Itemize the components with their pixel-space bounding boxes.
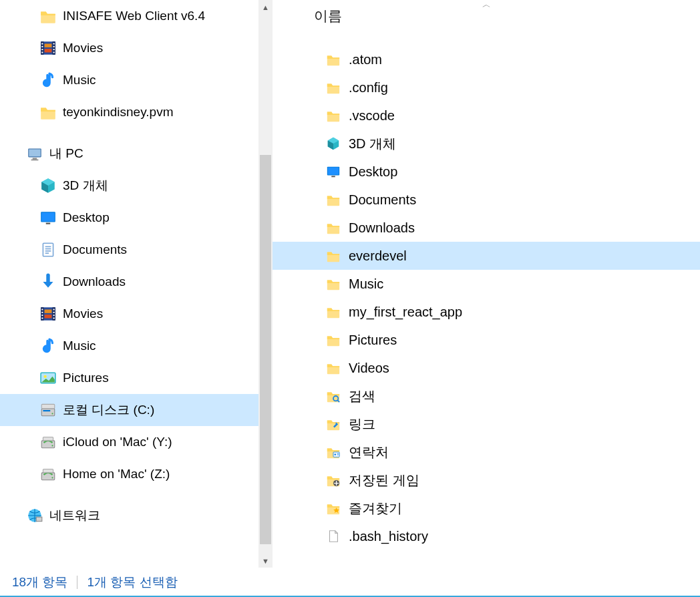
music-icon <box>39 71 57 89</box>
file-item-label: .bash_history <box>349 529 428 544</box>
folder-icon <box>325 79 342 96</box>
tree-item-label: INISAFE Web Client v6.4 <box>63 9 205 23</box>
tree-item[interactable]: 3D 개체 <box>0 170 273 202</box>
file-item[interactable]: Videos <box>273 354 700 382</box>
status-selection-count: 1개 항목 선택함 <box>87 574 177 591</box>
tree-scrollbar[interactable]: ▲ ▼ <box>258 0 273 568</box>
file-item[interactable]: my_first_react_app <box>273 298 700 326</box>
sort-indicator-icon: ︿ <box>482 0 491 11</box>
tree-item-label: Desktop <box>63 210 110 225</box>
tree-item[interactable]: Downloads <box>0 266 273 298</box>
tree-item-label: Pictures <box>63 371 109 385</box>
file-item[interactable]: .bash_history <box>273 522 700 550</box>
folder-icon <box>325 51 342 68</box>
file-item[interactable]: Documents <box>273 186 700 214</box>
games-icon <box>325 471 342 489</box>
netdisk-icon <box>39 465 57 483</box>
tree-item-label: Home on 'Mac' (Z:) <box>63 467 170 481</box>
folder-icon <box>325 107 342 124</box>
file-item-label: .config <box>349 80 388 95</box>
file-icon <box>325 528 342 545</box>
file-item-label: Music <box>349 276 383 292</box>
tree-item[interactable]: Music <box>0 330 273 362</box>
file-item-label: .vscode <box>349 108 395 124</box>
folder-icon <box>325 359 342 377</box>
desktop-icon <box>325 163 342 180</box>
desktop-icon <box>39 208 57 227</box>
pc-icon <box>25 144 44 163</box>
file-item[interactable]: 3D 개체 <box>273 130 700 158</box>
file-item-label: everdevel <box>349 248 407 264</box>
tree-item[interactable]: INISAFE Web Client v6.4 <box>0 0 273 32</box>
file-list-pane: ︿ 이름 .atom.config.vscode3D 개체DesktopDocu… <box>273 0 700 568</box>
status-item-count: 18개 항목 <box>12 574 67 591</box>
file-item-label: my_first_react_app <box>349 305 462 320</box>
tree-item-label: Movies <box>63 307 103 321</box>
netdisk-icon <box>39 433 57 451</box>
file-item[interactable]: 링크 <box>273 410 700 438</box>
file-item[interactable]: .vscode <box>273 102 700 130</box>
file-item-label: Desktop <box>349 164 397 180</box>
tree-item[interactable]: 네트워크 <box>0 500 273 532</box>
movies-icon <box>39 305 57 323</box>
tree-item[interactable]: 내 PC <box>0 138 273 170</box>
file-item-label: 검색 <box>349 387 375 405</box>
tree-item[interactable]: 로컬 디스크 (C:) <box>0 394 273 426</box>
folder-icon <box>325 331 342 349</box>
tree-item[interactable]: teyonkindisney.pvm <box>0 96 273 128</box>
file-item[interactable]: 저장된 게임 <box>273 466 700 494</box>
tree-item[interactable]: Movies <box>0 32 273 64</box>
file-item[interactable]: Downloads <box>273 214 700 242</box>
search-icon <box>325 387 342 405</box>
movies-icon <box>39 39 57 57</box>
tree-item[interactable]: Movies <box>0 298 273 330</box>
file-item-label: 연락처 <box>349 443 389 461</box>
folder-icon <box>325 275 342 292</box>
tree-item[interactable]: iCloud on 'Mac' (Y:) <box>0 426 273 458</box>
tree-item-label: Documents <box>63 242 127 257</box>
file-item[interactable]: 연락처 <box>273 438 700 466</box>
file-item[interactable]: Pictures <box>273 326 700 354</box>
scroll-thumb[interactable] <box>260 155 271 544</box>
favorites-icon <box>325 500 342 517</box>
folder-icon <box>325 303 342 321</box>
music-icon <box>39 337 57 355</box>
cube-icon <box>325 135 342 152</box>
file-item-label: Videos <box>349 361 389 376</box>
file-item[interactable]: .atom <box>273 45 700 73</box>
tree-item[interactable]: Music <box>0 64 273 96</box>
tree-item-label: Downloads <box>63 274 126 289</box>
file-item-label: Downloads <box>349 220 415 236</box>
scroll-down-icon[interactable]: ▼ <box>258 554 273 568</box>
file-item[interactable]: everdevel <box>273 242 700 270</box>
tree-item-label: Movies <box>63 41 103 55</box>
tree-item[interactable]: Home on 'Mac' (Z:) <box>0 458 273 490</box>
file-item-label: Pictures <box>349 333 397 348</box>
tree-item-label: Music <box>63 73 96 87</box>
file-item-label: 3D 개체 <box>349 135 396 153</box>
tree-item[interactable]: Pictures <box>0 362 273 394</box>
folder-icon <box>39 103 57 122</box>
file-item[interactable]: 즐겨찾기 <box>273 494 700 522</box>
tree-item-label: Music <box>63 339 96 353</box>
file-item[interactable]: 검색 <box>273 382 700 410</box>
file-item[interactable]: .config <box>273 73 700 102</box>
folder-icon <box>39 7 57 25</box>
status-bar: 18개 항목 1개 항목 선택함 <box>0 568 700 597</box>
tree-item-label: 내 PC <box>49 145 83 162</box>
downloads-icon <box>39 272 57 291</box>
scroll-up-icon[interactable]: ▲ <box>258 0 273 14</box>
tree-item-label: 네트워크 <box>49 507 100 524</box>
file-item-label: Documents <box>349 192 416 208</box>
navigation-tree: INISAFE Web Client v6.4MoviesMusicteyonk… <box>0 0 273 568</box>
tree-item-label: teyonkindisney.pvm <box>63 105 173 120</box>
documents-icon <box>39 240 57 259</box>
file-item[interactable]: Music <box>273 270 700 298</box>
tree-item[interactable]: Desktop <box>0 202 273 234</box>
tree-item[interactable]: Documents <box>0 234 273 266</box>
status-separator <box>77 576 77 589</box>
disk-icon <box>39 401 57 419</box>
file-item-label: 즐겨찾기 <box>349 500 402 518</box>
file-item[interactable]: Desktop <box>273 158 700 186</box>
tree-item-label: 로컬 디스크 (C:) <box>63 401 154 419</box>
